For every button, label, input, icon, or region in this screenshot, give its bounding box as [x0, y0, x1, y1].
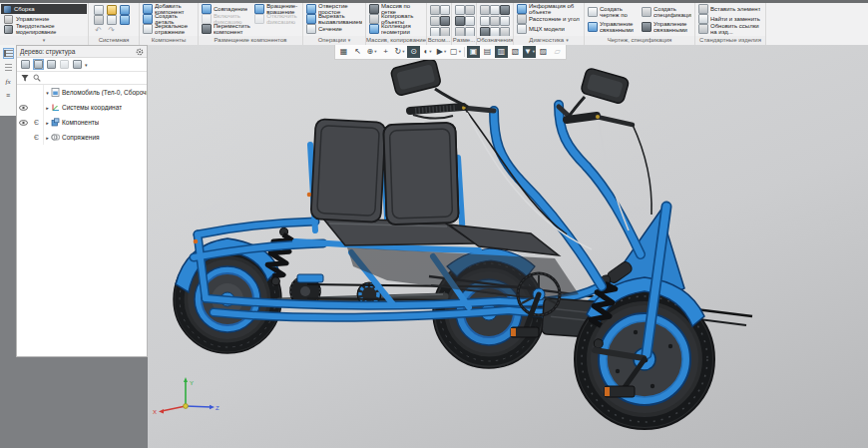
select-cursor-button[interactable]: ↖ [351, 46, 364, 58]
grid-array-button[interactable]: Массив по сетке [367, 4, 425, 14]
mode-assembly-button[interactable]: Сборка [1, 4, 87, 14]
cut-extrude-button[interactable]: Вырезать выдавливанием [304, 14, 364, 24]
redo-button[interactable]: ↷ [105, 25, 118, 35]
dimension-tool-icon[interactable] [455, 5, 465, 15]
pan-button[interactable]: + [379, 46, 392, 58]
aux-tool-icon[interactable] [430, 27, 440, 36]
tree-structure-tab[interactable] [3, 48, 14, 59]
symbol-tool-icon[interactable] [490, 16, 500, 26]
aux-tool-icon[interactable] [440, 16, 450, 26]
eye-visibility-icon[interactable] [19, 120, 28, 126]
left-mirror[interactable] [390, 58, 441, 96]
frame-select-button[interactable]: ▢▾ [449, 46, 462, 58]
dimension-tool-icon[interactable] [465, 27, 475, 36]
mirror-component-button[interactable]: Зеркальное отражение ко... [141, 24, 197, 34]
modes-collapse-caret[interactable]: ▾ [0, 36, 88, 45]
clip-box-button[interactable]: ▤ [481, 46, 494, 58]
ribbon-group-drawing: Создать чертеж по модели Управление связ… [585, 3, 695, 45]
selection-mode-button[interactable]: ▶▾ [435, 46, 448, 58]
coincidence-button[interactable]: Совпадение [200, 4, 252, 14]
window-layout-button[interactable] [118, 15, 131, 25]
symbol-tool-icon[interactable] [500, 16, 510, 26]
velomobile-model[interactable]: Y X Z [148, 45, 868, 448]
rotation-rotation-button[interactable]: Вращение-вращение [252, 4, 301, 14]
new-document-button[interactable] [92, 5, 105, 15]
aux-tool-icon[interactable] [430, 5, 440, 15]
left-backrest[interactable] [310, 119, 385, 223]
variables-tab[interactable]: fx [3, 76, 14, 87]
right-backrest[interactable] [383, 123, 458, 224]
dimension-tool-icon[interactable] [455, 27, 465, 36]
gear-icon[interactable] [136, 48, 144, 56]
tree-row-mates[interactable]: Є ▸ Сопряжения [17, 130, 147, 145]
symbol-tool-icon[interactable] [500, 27, 510, 36]
open-button[interactable] [105, 5, 118, 15]
create-part-button[interactable]: Создать деталь [141, 14, 197, 24]
right-mirror[interactable] [581, 67, 630, 104]
object-info-button[interactable]: Информация об объекте [515, 4, 583, 14]
tree-display-options-button[interactable] [72, 59, 83, 70]
left-panel-strip: fx ≡ [0, 45, 17, 116]
symbol-tool-icon[interactable] [490, 27, 500, 36]
layers-button[interactable]: ▨ [537, 46, 550, 58]
copy-objects-button[interactable]: Копировать объекты [367, 14, 425, 24]
create-drawing-button[interactable]: Создать чертеж по модели [586, 4, 640, 19]
save-button[interactable] [118, 5, 131, 15]
dimension-tool-icon[interactable] [465, 5, 475, 15]
tree-filter-view-button[interactable] [20, 59, 31, 70]
print-button[interactable] [92, 15, 105, 25]
undo-button[interactable]: ↶ [92, 25, 105, 35]
preview-button[interactable] [105, 15, 118, 25]
fit-all-button[interactable]: ▣ [467, 46, 480, 58]
model-filter-button[interactable]: ▼▾ [523, 46, 536, 58]
symbol-tool-icon[interactable] [490, 5, 500, 15]
menu-tab[interactable]: ≡ [3, 90, 14, 101]
tree-row-assembly[interactable]: ▾ Веломобиль (Тел-0, Сборочных ед [17, 85, 147, 100]
eye-visibility-icon[interactable] [19, 105, 28, 111]
expander-icon[interactable]: ▾ [44, 90, 51, 96]
geometry-collection-button[interactable]: Коллекция геометрии [367, 24, 425, 34]
dimension-tool-icon[interactable] [465, 16, 475, 26]
tree-relations-button[interactable] [46, 59, 57, 70]
symbol-tool-icon[interactable] [500, 5, 510, 15]
tree-toolbar-caret[interactable]: ▾ [85, 62, 88, 68]
tree-row-coordinate-systems[interactable]: ▸ Системы координат [17, 100, 147, 115]
kompas-3d-window: Сборка Управление Твердотельное моделиро… [0, 0, 868, 448]
aux-tool-icon[interactable] [440, 5, 450, 15]
tree-structure-view-button[interactable] [33, 59, 44, 70]
create-specification-button[interactable]: Создать спецификацию... [640, 4, 693, 19]
aux-tool-icon[interactable] [430, 16, 440, 26]
section-view-button[interactable]: ▥ [495, 46, 508, 58]
mass-properties-button[interactable]: МЦХ модели [515, 24, 583, 34]
find-replace-button[interactable]: Найти и заменить [696, 14, 764, 24]
mode-solid-modeling-button[interactable]: Твердотельное моделирование [1, 24, 87, 35]
display-style-button[interactable]: ◐▾ [421, 46, 434, 58]
tree-row-components[interactable]: Є ▸ Компоненты [17, 115, 147, 130]
orbit-button[interactable]: ↻▾ [393, 46, 406, 58]
zoom-button[interactable]: ⊕▾ [365, 46, 378, 58]
tree-list-tab[interactable] [3, 62, 14, 73]
shadow-button[interactable]: ▧ [509, 46, 522, 58]
expander-icon[interactable]: ▸ [44, 135, 51, 141]
symbol-tool-icon[interactable] [480, 5, 490, 15]
view-orientation-button[interactable]: ⊙ [407, 46, 420, 58]
simple-hole-button[interactable]: Отверстие простое [304, 4, 364, 14]
symbol-tool-icon[interactable] [480, 27, 490, 36]
add-component-button[interactable]: Добавить компонент из... [141, 4, 197, 14]
distance-angle-button[interactable]: Расстояние и угол [515, 14, 583, 24]
sketch-grid-button[interactable]: ▦ [337, 46, 350, 58]
update-links-button[interactable]: Обновить ссылки на изд... [696, 24, 764, 34]
aux-tool-icon[interactable] [440, 27, 450, 36]
symbol-tool-icon[interactable] [480, 16, 490, 26]
manage-linked-drawings-button[interactable]: Управление связанными ч... [586, 19, 640, 34]
manage-linked-specs-button[interactable]: Управление связанными с... [640, 19, 693, 34]
expander-icon[interactable]: ▸ [44, 105, 51, 111]
section-button[interactable]: Сечение [304, 24, 364, 34]
move-component-button[interactable]: Переместить компонент [200, 24, 252, 34]
search-magnifier-icon[interactable] [33, 74, 41, 82]
expander-icon[interactable]: ▸ [44, 120, 51, 126]
dimension-tool-icon[interactable] [455, 16, 465, 26]
viewport-3d[interactable]: Y X Z ▦ ↖ ⊕▾ + ↻▾ ⊙ ◐▾ ▶▾ ▢▾ ▣ ▤ ▥ ▧ ▼▾ … [148, 45, 868, 448]
filter-funnel-icon[interactable] [21, 74, 29, 82]
insert-element-button[interactable]: Вставить элемент [696, 4, 764, 14]
